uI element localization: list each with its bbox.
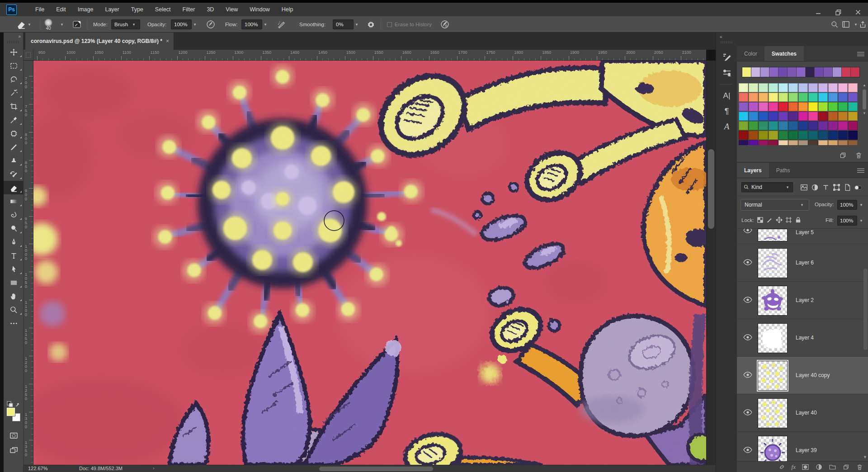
swatch[interactable]	[808, 131, 818, 140]
swatch[interactable]	[818, 121, 828, 130]
swatch[interactable]	[828, 83, 838, 92]
layer-visibility-eye-icon[interactable]	[743, 229, 752, 233]
canvas[interactable]	[33, 61, 706, 465]
swatch[interactable]	[798, 93, 808, 102]
swatch[interactable]	[739, 112, 748, 121]
collapse-toolbar-icon[interactable]: »	[4, 33, 23, 39]
layer-row[interactable]: Layer 40	[737, 394, 868, 432]
swatch[interactable]	[848, 93, 858, 102]
swatch[interactable]	[769, 102, 778, 111]
layer-name[interactable]: Layer 4	[796, 335, 814, 341]
swatch[interactable]	[749, 140, 758, 145]
layer-row[interactable]: Layer 40 copy	[737, 357, 868, 394]
recent-swatch[interactable]	[778, 67, 787, 77]
swatch[interactable]	[828, 121, 838, 130]
swatch[interactable]	[788, 121, 798, 130]
layer-row[interactable]: Layer 2	[737, 282, 868, 319]
hand-tool[interactable]	[4, 289, 24, 303]
swatch[interactable]	[739, 121, 748, 130]
swatch[interactable]	[778, 131, 788, 140]
swatch[interactable]	[848, 112, 858, 121]
layer-thumbnail[interactable]	[758, 323, 788, 353]
menu-view[interactable]: View	[220, 3, 244, 16]
swatch-scroll-thumb[interactable]	[863, 90, 866, 109]
swatch[interactable]	[778, 93, 788, 102]
mode-select[interactable]: Brush▾	[111, 16, 140, 33]
document-tab[interactable]: coronavirus.psd @ 123% (Layer 40 copy, R…	[25, 33, 174, 50]
swatch[interactable]	[778, 102, 788, 111]
swatch[interactable]	[848, 83, 858, 92]
layer-visibility-eye-icon[interactable]	[743, 409, 752, 415]
swatch[interactable]	[828, 93, 838, 102]
filter-toggle-switch[interactable]	[853, 182, 863, 192]
scroll-up-icon[interactable]: ▲	[862, 83, 867, 88]
swatch[interactable]	[828, 140, 838, 145]
delete-layer-icon[interactable]	[856, 463, 863, 471]
swatch[interactable]	[828, 112, 838, 121]
layer-thumbnail[interactable]	[758, 398, 788, 428]
swatch[interactable]	[808, 83, 818, 92]
crop-tool[interactable]	[4, 99, 24, 113]
filter-smart-objects-icon[interactable]	[842, 182, 853, 192]
workspaces-icon[interactable]	[842, 16, 850, 33]
swatch[interactable]	[838, 140, 848, 145]
rectangle-tool[interactable]	[4, 276, 24, 289]
new-layer-icon[interactable]	[842, 463, 850, 471]
paragraph-panel-icon[interactable]: ¶	[716, 104, 737, 119]
lock-position-icon[interactable]	[776, 217, 783, 225]
layer-visibility-eye-icon[interactable]	[743, 297, 752, 303]
swatch[interactable]	[838, 112, 848, 121]
layer-row[interactable]: Layer 5	[737, 229, 868, 244]
swatch[interactable]	[808, 121, 818, 130]
layer-row[interactable]: Layer 39	[737, 432, 868, 462]
swatch[interactable]	[818, 131, 828, 140]
more-tool[interactable]	[4, 316, 24, 330]
swatch[interactable]	[838, 93, 848, 102]
swatch[interactable]	[848, 131, 858, 140]
swatch[interactable]	[759, 140, 768, 145]
swatch[interactable]	[739, 140, 748, 145]
swatch[interactable]	[838, 131, 848, 140]
swatch[interactable]	[739, 131, 748, 140]
swatch[interactable]	[769, 140, 778, 145]
fill-caret[interactable]: ▾	[858, 216, 864, 226]
path-select-tool[interactable]	[4, 262, 24, 276]
swatch[interactable]	[749, 83, 758, 92]
layer-visibility-eye-icon[interactable]	[743, 447, 752, 453]
swatch[interactable]	[759, 131, 768, 140]
swatch[interactable]	[788, 83, 798, 92]
swatch[interactable]	[838, 102, 848, 111]
layer-mask-icon[interactable]	[802, 463, 809, 471]
lasso-tool[interactable]	[4, 72, 24, 86]
swatch[interactable]	[798, 121, 808, 130]
swatch[interactable]	[828, 102, 838, 111]
quick-mask-icon[interactable]	[4, 429, 24, 442]
link-layers-icon[interactable]	[778, 463, 786, 471]
clone-stamp-tool[interactable]	[4, 154, 24, 167]
recent-swatch[interactable]	[833, 67, 841, 77]
swatch[interactable]	[808, 102, 818, 111]
recent-swatch[interactable]	[806, 67, 814, 77]
swatch[interactable]	[818, 83, 828, 92]
pressure-opacity-icon[interactable]	[206, 16, 215, 33]
layers-scroll-down-icon[interactable]: ▼	[863, 455, 867, 459]
swatch[interactable]	[828, 131, 838, 140]
recent-swatch[interactable]	[742, 67, 751, 77]
swatch[interactable]	[788, 102, 798, 111]
menu-select[interactable]: Select	[149, 3, 177, 16]
swatch[interactable]	[798, 131, 808, 140]
smoothing-gear-icon[interactable]	[367, 16, 375, 33]
swatch[interactable]	[778, 121, 788, 130]
gradient-tool[interactable]	[4, 194, 24, 208]
swatch[interactable]	[818, 102, 828, 111]
swatch[interactable]	[769, 83, 778, 92]
swatch[interactable]	[759, 83, 768, 92]
swatch[interactable]	[749, 121, 758, 130]
swatch[interactable]	[788, 93, 798, 102]
recent-swatch[interactable]	[797, 67, 805, 77]
swatch[interactable]	[778, 83, 788, 92]
eraser-tool-preset-icon[interactable]: ▾	[16, 16, 33, 33]
ruler-origin[interactable]	[24, 50, 33, 61]
swatch[interactable]	[848, 140, 858, 145]
swatch[interactable]	[759, 121, 768, 130]
